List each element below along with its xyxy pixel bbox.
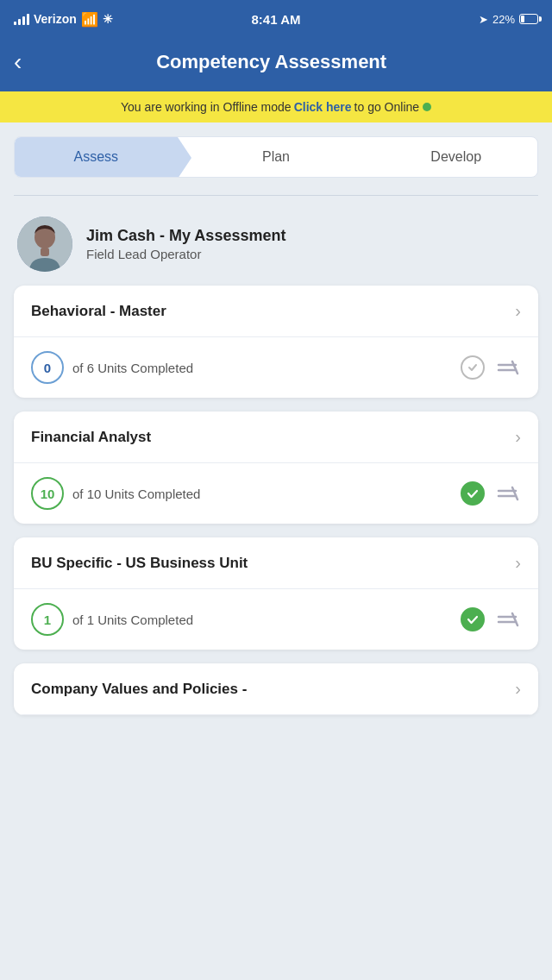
card-footer-bu: 1 of 1 Units Completed [14, 589, 538, 650]
profile-section: Jim Cash - My Assessment Field Lead Oper… [14, 210, 538, 286]
tab-bar: Assess Plan Develop [14, 136, 538, 178]
profile-name: Jim Cash - My Assessment [86, 227, 285, 245]
card-footer-behavioral: 0 of 6 Units Completed [14, 337, 538, 398]
status-bar: Verizon 📶 ✳ 8:41 AM ➤ 22% [0, 0, 552, 38]
edit-icon-behavioral[interactable] [493, 354, 521, 381]
go-online-link[interactable]: Click here [294, 100, 352, 114]
offline-prefix-text: You are working in Offline mode [121, 100, 292, 114]
card-bu-specific: BU Specific - US Business Unit › 1 of 1 … [14, 537, 538, 650]
bluetooth-icon: ✳ [103, 12, 113, 26]
wifi-icon: 📶 [81, 11, 98, 28]
unit-text-behavioral: of 6 Units Completed [72, 361, 452, 375]
tab-separator-2 [357, 137, 371, 178]
avatar [17, 217, 72, 272]
unit-badge-bu: 1 [31, 603, 64, 636]
signal-icon [14, 13, 29, 25]
tab-separator-1 [178, 137, 191, 178]
tab-assess[interactable]: Assess [15, 137, 178, 177]
check-icon-behavioral [461, 355, 485, 380]
status-right: ➤ 22% [479, 13, 538, 26]
tab-develop[interactable]: Develop [357, 137, 537, 177]
unit-text-financial: of 10 Units Completed [72, 487, 452, 501]
chevron-right-icon-4: › [515, 679, 521, 699]
card-company-values: Company Values and Policies - › [14, 663, 538, 715]
chevron-right-icon-2: › [515, 427, 521, 447]
card-header-bu[interactable]: BU Specific - US Business Unit › [14, 537, 538, 589]
status-left: Verizon 📶 ✳ [14, 11, 113, 28]
card-header-financial[interactable]: Financial Analyst › [14, 411, 538, 463]
card-header-company[interactable]: Company Values and Policies - › [14, 663, 538, 715]
svg-line-8 [512, 487, 518, 499]
location-icon: ➤ [479, 13, 488, 26]
app-header: ‹ Competency Assessment [0, 38, 552, 91]
tab-plan[interactable]: Plan [178, 137, 358, 177]
unit-badge-financial: 10 [31, 477, 64, 510]
status-time: 8:41 AM [252, 12, 301, 27]
card-title-behavioral: Behavioral - Master [31, 303, 166, 320]
svg-line-11 [512, 613, 518, 625]
carrier-label: Verizon [34, 12, 77, 26]
card-title-company: Company Values and Policies - [31, 681, 247, 698]
unit-badge-behavioral: 0 [31, 351, 64, 384]
chevron-right-icon-3: › [515, 553, 521, 573]
battery-percent: 22% [492, 13, 515, 26]
check-icon-bu [461, 607, 485, 631]
online-status-dot [423, 103, 431, 111]
unit-text-bu: of 1 Units Completed [72, 612, 452, 627]
card-title-financial: Financial Analyst [31, 429, 151, 446]
profile-info: Jim Cash - My Assessment Field Lead Oper… [86, 227, 285, 261]
edit-icon-bu[interactable] [493, 606, 521, 633]
card-financial-analyst: Financial Analyst › 10 of 10 Units Compl… [14, 411, 538, 524]
card-footer-financial: 10 of 10 Units Completed [14, 463, 538, 524]
offline-suffix-text: to go Online [354, 100, 420, 114]
main-content: Assess Plan Develop [0, 122, 552, 743]
card-header-behavioral[interactable]: Behavioral - Master › [14, 286, 538, 337]
profile-role: Field Lead Operator [86, 247, 285, 261]
page-title: Competency Assessment [39, 51, 504, 73]
card-title-bu: BU Specific - US Business Unit [31, 555, 248, 572]
chevron-right-icon: › [515, 301, 521, 321]
back-button[interactable]: ‹ [14, 47, 28, 78]
edit-icon-financial[interactable] [493, 480, 521, 507]
battery-icon [519, 14, 538, 24]
svg-line-5 [512, 361, 518, 374]
offline-banner: You are working in Offline mode Click he… [0, 91, 552, 122]
svg-rect-2 [41, 248, 49, 256]
check-icon-financial [461, 481, 485, 506]
divider [14, 195, 538, 196]
card-behavioral-master: Behavioral - Master › 0 of 6 Units Compl… [14, 286, 538, 398]
